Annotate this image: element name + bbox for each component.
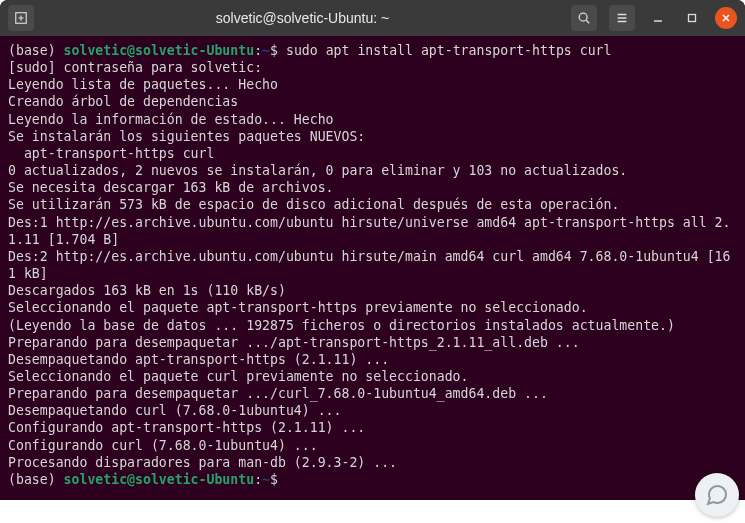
output-line: Preparando para desempaquetar .../apt-tr… <box>8 334 737 351</box>
prompt-user: solvetic@solvetic-Ubuntu <box>64 472 255 487</box>
output-line: apt-transport-https curl <box>8 145 737 162</box>
output-line: (Leyendo la base de datos ... 192875 fic… <box>8 317 737 334</box>
output-line: Desempaquetando apt-transport-https (2.1… <box>8 351 737 368</box>
menu-button[interactable] <box>609 5 635 31</box>
prompt-colon: : <box>254 472 262 487</box>
terminal-body[interactable]: (base) solvetic@solvetic-Ubuntu:~$ sudo … <box>0 36 745 500</box>
output-line: 0 actualizados, 2 nuevos se instalarán, … <box>8 162 737 179</box>
titlebar-right <box>571 5 737 31</box>
output-line: Se utilizarán 573 kB de espacio de disco… <box>8 196 737 213</box>
output-line: Desempaquetando curl (7.68.0-1ubuntu4) .… <box>8 402 737 419</box>
chat-widget-button[interactable] <box>695 473 739 517</box>
output-line: Configurando curl (7.68.0-1ubuntu4) ... <box>8 437 737 454</box>
svg-rect-9 <box>689 15 696 22</box>
output-line: [sudo] contraseña para solvetic: <box>8 59 737 76</box>
output-line: Creando árbol de dependencias <box>8 93 737 110</box>
prompt-line: (base) solvetic@solvetic-Ubuntu:~$ sudo … <box>8 42 737 59</box>
search-icon <box>577 11 591 25</box>
prompt-path: ~ <box>262 43 270 58</box>
output-line: Configurando apt-transport-https (2.1.11… <box>8 419 737 436</box>
prompt-line: (base) solvetic@solvetic-Ubuntu:~$ <box>8 471 737 488</box>
prompt-dollar: $ <box>270 43 286 58</box>
close-button[interactable] <box>715 7 737 29</box>
minimize-button[interactable] <box>647 7 669 29</box>
output-line: Seleccionando el paquete apt-transport-h… <box>8 299 737 316</box>
prompt-base: (base) <box>8 43 64 58</box>
maximize-button[interactable] <box>681 7 703 29</box>
output-line: Leyendo lista de paquetes... Hecho <box>8 76 737 93</box>
output-line: Se instalarán los siguientes paquetes NU… <box>8 128 737 145</box>
close-icon <box>721 13 731 23</box>
output-line: Seleccionando el paquete curl previament… <box>8 368 737 385</box>
prompt-colon: : <box>254 43 262 58</box>
prompt-user: solvetic@solvetic-Ubuntu <box>64 43 255 58</box>
chat-icon <box>705 483 729 507</box>
svg-point-3 <box>579 13 587 21</box>
output-line: Preparando para desempaquetar .../curl_7… <box>8 385 737 402</box>
output-line: Se necesita descargar 163 kB de archivos… <box>8 179 737 196</box>
window-title: solvetic@solvetic-Ubuntu: ~ <box>42 10 563 26</box>
search-button[interactable] <box>571 5 597 31</box>
new-tab-button[interactable] <box>8 5 34 31</box>
maximize-icon <box>687 13 697 23</box>
terminal-window: solvetic@solvetic-Ubuntu: ~ (base) solve… <box>0 0 745 500</box>
prompt-base: (base) <box>8 472 64 487</box>
output-line: Procesando disparadores para man-db (2.9… <box>8 454 737 471</box>
prompt-path: ~ <box>262 472 270 487</box>
output-line: Des:2 http://es.archive.ubuntu.com/ubunt… <box>8 248 737 282</box>
titlebar: solvetic@solvetic-Ubuntu: ~ <box>0 0 745 36</box>
hamburger-icon <box>615 11 629 25</box>
output-line: Descargados 163 kB en 1s (110 kB/s) <box>8 282 737 299</box>
titlebar-left <box>8 5 34 31</box>
prompt-dollar: $ <box>270 472 278 487</box>
output-line: Leyendo la información de estado... Hech… <box>8 111 737 128</box>
svg-line-4 <box>586 20 589 23</box>
plus-icon <box>14 11 28 25</box>
minimize-icon <box>653 13 663 23</box>
output-line: Des:1 http://es.archive.ubuntu.com/ubunt… <box>8 214 737 248</box>
command-text: sudo apt install apt-transport-https cur… <box>286 43 612 58</box>
